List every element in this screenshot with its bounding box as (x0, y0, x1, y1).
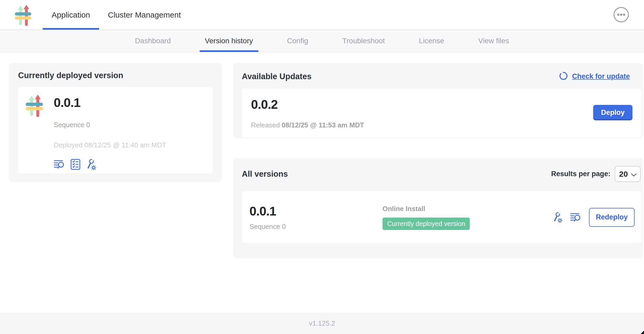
row-version-number: 0.0.1 (249, 204, 383, 218)
deployed-actions (54, 159, 166, 170)
results-per-page: Results per page: 20 (551, 166, 641, 182)
subnav-label: License (419, 37, 444, 45)
tab-cluster-management[interactable]: Cluster Management (99, 0, 190, 30)
all-versions-panel: All versions Results per page: 20 0.0.1 … (233, 158, 643, 258)
status-badge: Currently deployed version (383, 218, 470, 230)
app-header: Application Cluster Management (0, 0, 644, 30)
app-subnav: Dashboard Version history Config Trouble… (0, 30, 644, 52)
check-for-update-link[interactable]: Check for update (558, 70, 630, 83)
subnav-label: View files (478, 37, 509, 45)
redeploy-button[interactable]: Redeploy (589, 208, 635, 227)
view-logs-icon[interactable] (54, 159, 65, 170)
app-logo-arrows-icon (15, 4, 31, 27)
deploy-button[interactable]: Deploy (593, 105, 632, 120)
subnav-item-config[interactable]: Config (282, 30, 314, 52)
tab-cluster-management-label: Cluster Management (108, 10, 181, 19)
deployed-version-number: 0.0.1 (54, 95, 166, 110)
preflight-checks-icon[interactable] (70, 159, 80, 170)
edit-config-icon[interactable] (552, 212, 563, 223)
released-timestamp: 08/12/25 @ 11:53 am MDT (282, 121, 364, 129)
more-options-button[interactable] (613, 7, 629, 23)
edit-config-icon[interactable] (86, 159, 97, 170)
chevron-down-icon (631, 170, 637, 179)
app-footer: v1.125.2 (0, 313, 644, 334)
ellipsis-circle-icon (613, 20, 629, 24)
currently-deployed-panel: Currently deployed version 0.0.1 Sequenc… (9, 63, 222, 182)
tab-application[interactable]: Application (43, 0, 99, 30)
app-logo-arrows-icon (25, 94, 43, 166)
row-sequence: Sequence 0 (249, 223, 383, 231)
subnav-item-version-history[interactable]: Version history (200, 30, 258, 52)
deployed-sequence: Sequence 0 (54, 121, 166, 129)
console-version: v1.125.2 (309, 319, 335, 327)
results-per-page-value: 20 (619, 170, 628, 179)
update-version-number: 0.0.2 (251, 97, 635, 112)
subnav-item-license[interactable]: License (414, 30, 450, 52)
available-update-card: 0.0.2 Released 08/12/25 @ 11:53 am MDT D… (242, 88, 641, 138)
cursor-artifact (641, 331, 644, 334)
results-per-page-label: Results per page: (551, 170, 610, 178)
deployed-timestamp: Deployed 08/12/25 @ 11:40 am MDT (54, 141, 166, 149)
subnav-label: Dashboard (135, 37, 171, 45)
results-per-page-select[interactable]: 20 (615, 166, 641, 182)
subnav-item-dashboard[interactable]: Dashboard (130, 30, 176, 52)
subnav-label: Config (287, 37, 308, 45)
released-label: Released (251, 121, 280, 129)
deployed-version-card: 0.0.1 Sequence 0 Deployed 08/12/25 @ 11:… (18, 87, 213, 173)
subnav-item-troubleshoot[interactable]: Troubleshoot (337, 30, 390, 52)
updates-panel-title: Available Updates (242, 72, 312, 81)
check-for-update-label: Check for update (572, 72, 630, 80)
version-row: 0.0.1 Sequence 0 Online Install Currentl… (242, 191, 641, 243)
subnav-label: Version history (205, 37, 253, 45)
refresh-icon (558, 70, 569, 83)
available-updates-panel: Available Updates Check for update 0.0.2… (233, 63, 643, 138)
tab-application-label: Application (52, 10, 90, 19)
header-tabs: Application Cluster Management (43, 0, 644, 30)
view-logs-icon[interactable] (570, 212, 582, 223)
update-released-line: Released 08/12/25 @ 11:53 am MDT (251, 121, 635, 129)
deployed-panel-title: Currently deployed version (18, 71, 213, 80)
subnav-label: Troubleshoot (342, 37, 385, 45)
all-versions-title: All versions (242, 169, 288, 179)
row-install-type: Online Install (383, 205, 470, 213)
subnav-item-view-files[interactable]: View files (473, 30, 514, 52)
